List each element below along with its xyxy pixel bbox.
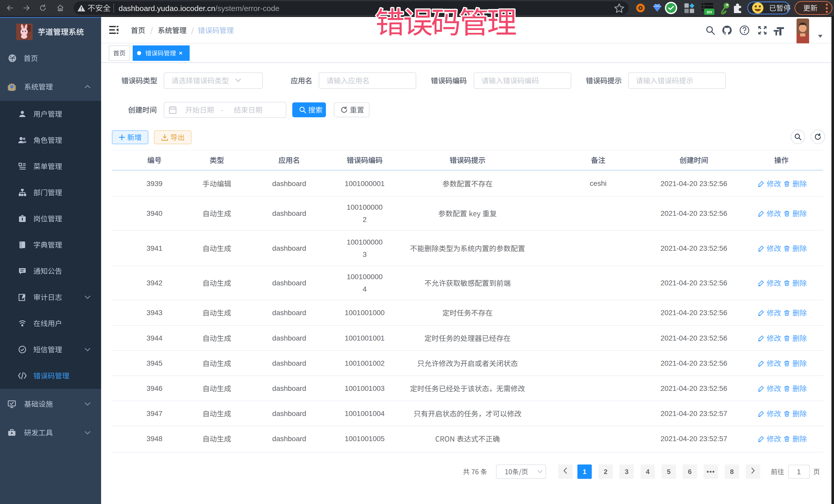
svg-text:on: on bbox=[707, 9, 712, 14]
